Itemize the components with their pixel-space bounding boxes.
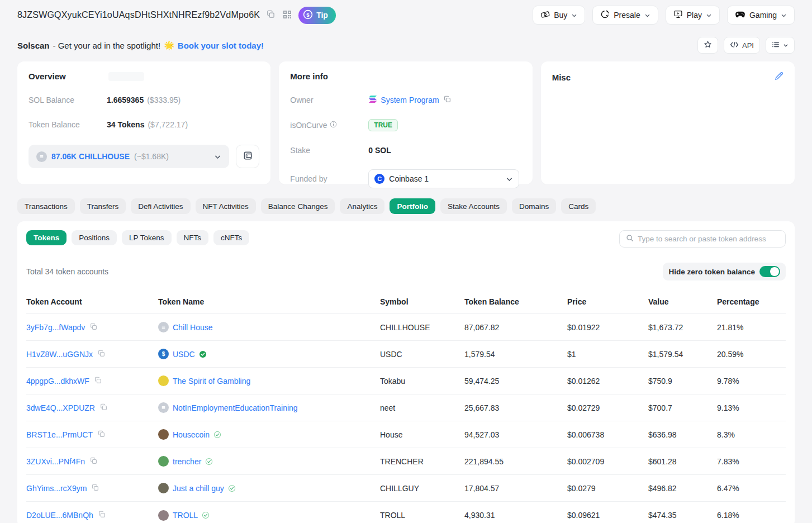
copy-account-button[interactable]: [99, 402, 108, 413]
qr-code-button[interactable]: [282, 9, 293, 22]
wallet-portfolio-button[interactable]: [236, 145, 259, 168]
token-name-link[interactable]: NotInEmploymentEducationTraining: [173, 403, 298, 412]
list-menu-button[interactable]: [766, 37, 795, 54]
summary-cards: Overview SOL Balance 1.6659365 ($333.95)…: [17, 61, 795, 184]
copy-account-button[interactable]: [97, 429, 106, 440]
info-icon: [330, 121, 337, 130]
solana-icon: [368, 96, 377, 104]
presale-button[interactable]: Presale: [592, 6, 658, 25]
hide-zero-toggle[interactable]: [759, 266, 780, 277]
sparkle-emoji: 🌟: [164, 40, 174, 50]
token-symbol: Tokabu: [380, 377, 464, 386]
chevron-down-icon: [781, 12, 787, 18]
more-info-title: More info: [290, 72, 328, 81]
token-value: $700.7: [648, 403, 717, 412]
subtab-positions[interactable]: Positions: [72, 230, 117, 245]
tab-cards[interactable]: Cards: [561, 198, 596, 214]
funded-by-dropdown[interactable]: C Coinbase 1: [368, 169, 519, 188]
token-name-link[interactable]: USDC: [173, 350, 195, 359]
tab-analytics[interactable]: Analytics: [340, 198, 384, 214]
token-name-link[interactable]: Just a chill guy: [173, 484, 224, 493]
token-balance: 1,579.54: [464, 350, 567, 359]
copy-account-button[interactable]: [97, 510, 107, 521]
tip-button[interactable]: $ Tip: [298, 7, 336, 24]
tab-stake-accounts[interactable]: Stake Accounts: [440, 198, 507, 214]
token-name-link[interactable]: trencher: [173, 457, 201, 466]
stake-label: Stake: [290, 146, 368, 155]
subtab-cnfts[interactable]: cNFTs: [213, 230, 249, 245]
table-row: 3yFb7g...fWapdv Chill House CHILLHOUSE 8…: [26, 314, 786, 341]
buy-button[interactable]: Buy: [533, 6, 585, 25]
api-button[interactable]: API: [724, 37, 760, 54]
token-account-link[interactable]: 4ppgpG...dkhxWF: [26, 377, 89, 386]
code-icon: [730, 41, 739, 50]
token-table-body: 3yFb7g...fWapdv Chill House CHILLHOUSE 8…: [26, 314, 786, 523]
token-symbol: TROLL: [380, 511, 464, 520]
subtab-nfts[interactable]: NFTs: [177, 230, 209, 245]
tab-nft-activities[interactable]: NFT Activities: [196, 198, 256, 214]
token-name-link[interactable]: TROLL: [173, 511, 198, 520]
verified-icon: [228, 484, 236, 492]
token-percentage: 6.47%: [717, 484, 786, 493]
copy-account-button[interactable]: [89, 322, 98, 333]
gaming-button[interactable]: Gaming: [727, 6, 795, 25]
token-account-link[interactable]: 3dwE4Q...XPDUZR: [26, 403, 95, 412]
copy-account-button[interactable]: [97, 349, 106, 360]
copy-account-button[interactable]: [89, 456, 98, 467]
token-holdings-dropdown[interactable]: 87.06K CHILLHOUSE (~$1.68K): [29, 145, 229, 168]
copy-icon: [100, 403, 107, 412]
tab-portfolio[interactable]: Portfolio: [390, 198, 435, 214]
token-symbol: House: [380, 430, 464, 439]
token-value: $1,579.54: [648, 350, 717, 359]
token-icon: [158, 402, 169, 413]
token-account-link[interactable]: GhYims...rcX9ym: [26, 484, 87, 493]
owner-link[interactable]: System Program: [381, 96, 439, 104]
book-slot-link[interactable]: Book your slot today!: [178, 41, 264, 50]
token-name-link[interactable]: The Spirit of Gambling: [173, 377, 250, 386]
copy-owner-button[interactable]: [443, 94, 452, 106]
token-balance: 94,527.03: [464, 430, 567, 439]
table-row: GhYims...rcX9ym Just a chill guy CHILLGU…: [26, 475, 786, 502]
tab-balance-changes[interactable]: Balance Changes: [261, 198, 335, 214]
coin-icon: [36, 151, 47, 162]
subtab-lp-tokens[interactable]: LP Tokens: [122, 230, 172, 245]
wallet-icon: [243, 150, 253, 163]
token-value: $636.98: [648, 430, 717, 439]
star-icon: [704, 40, 712, 50]
tab-defi-activities[interactable]: Defi Activities: [131, 198, 190, 214]
token-account-link[interactable]: BRST1e...PrmUCT: [26, 430, 93, 439]
cash-icon: [540, 9, 550, 21]
token-search-input[interactable]: [638, 235, 779, 243]
token-value: $496.82: [648, 484, 717, 493]
copy-account-button[interactable]: [91, 483, 100, 494]
token-account-link[interactable]: D2oLUE...6MBnQh: [26, 511, 93, 520]
subtab-tokens[interactable]: Tokens: [26, 230, 67, 245]
token-account-link[interactable]: 3yFb7g...fWapdv: [26, 323, 85, 332]
banner-row: Solscan - Get your ad in the spotlight! …: [17, 37, 795, 54]
token-price: $0.01262: [567, 377, 648, 386]
toggle-knob: [770, 267, 779, 276]
portfolio-subtabs: Tokens Positions LP Tokens NFTs cNFTs: [26, 230, 249, 245]
copy-account-button[interactable]: [93, 375, 103, 387]
copy-address-button[interactable]: [265, 9, 276, 21]
pie-chart-icon: [600, 9, 610, 21]
table-row: BRST1e...PrmUCT Housecoin House 94,527.0…: [26, 421, 786, 448]
tab-transactions[interactable]: Transactions: [17, 198, 75, 214]
token-name-link[interactable]: Chill House: [173, 323, 213, 332]
overview-title: Overview: [29, 72, 66, 81]
overview-card: Overview SOL Balance 1.6659365 ($333.95)…: [17, 61, 270, 184]
token-name-link[interactable]: Housecoin: [173, 430, 210, 439]
token-balance: 221,894.55: [464, 457, 567, 466]
tab-transfers[interactable]: Transfers: [80, 198, 126, 214]
favorite-button[interactable]: [697, 37, 718, 54]
table-row: 3dwE4Q...XPDUZR NotInEmploymentEducation…: [26, 394, 786, 421]
tab-domains[interactable]: Domains: [512, 198, 556, 214]
play-button[interactable]: Play: [666, 6, 720, 25]
selected-token-amount: 87.06K CHILLHOUSE: [51, 152, 130, 161]
token-balance-value: 34 Tokens: [107, 120, 144, 129]
token-table-header: Token Account Token Name Symbol Token Ba…: [26, 289, 786, 314]
edit-misc-button[interactable]: [774, 72, 783, 83]
copy-icon: [98, 430, 105, 439]
token-account-link[interactable]: H1vZ8W...uGGNJx: [26, 350, 93, 359]
token-account-link[interactable]: 3ZUXvi...PNf4Fn: [26, 457, 85, 466]
